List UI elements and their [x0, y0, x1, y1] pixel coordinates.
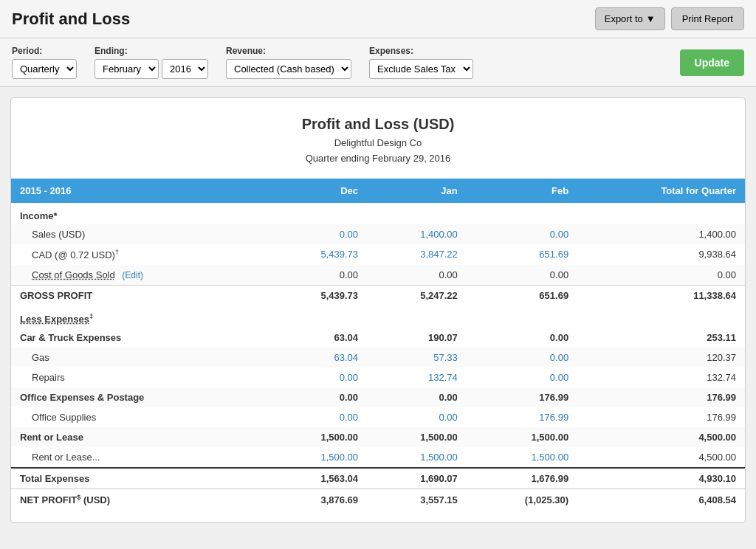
row-total: 0.00 — [577, 265, 745, 286]
income-section-header: Income* — [11, 203, 745, 224]
ending-year-select[interactable]: 2016 2015 2017 — [162, 59, 208, 79]
total-expenses-dec: 1,563.04 — [267, 468, 367, 489]
report-header: Profit and Loss (USD) Delightful Design … — [11, 98, 745, 179]
net-profit-jan: 3,557.15 — [367, 489, 467, 511]
table-row: Sales (USD) 0.00 1,400.00 0.00 1,400.00 — [11, 224, 745, 244]
table-header-row: 2015 - 2016 Dec Jan Feb Total for Quarte… — [11, 179, 745, 203]
row-jan: 1,400.00 — [367, 224, 467, 244]
row-feb: 0.00 — [467, 367, 577, 387]
row-feb: 0.00 — [467, 348, 577, 367]
net-profit-total: 6,408.54 — [577, 489, 745, 511]
report-company: Delightful Design Co — [23, 136, 733, 151]
row-dec: 0.00 — [267, 224, 367, 244]
net-profit-label: NET PROFIT$ (USD) — [11, 489, 267, 511]
net-profit-feb: (1,025.30) — [467, 489, 577, 511]
edit-link[interactable]: (Edit) — [122, 270, 143, 280]
revenue-filter: Revenue: Collected (Cash based) Accrual — [226, 46, 351, 79]
row-label: Sales (USD) — [11, 224, 267, 244]
row-jan: 1,500.00 — [367, 427, 467, 447]
table-row: Office Supplies 0.00 0.00 176.99 176.99 — [11, 407, 745, 427]
table-row: Car & Truck Expenses 63.04 190.07 0.00 2… — [11, 328, 745, 348]
table-row: Rent or Lease... 1,500.00 1,500.00 1,500… — [11, 447, 745, 468]
gross-profit-jan: 5,247.22 — [367, 285, 467, 305]
row-feb: 0.00 — [467, 328, 577, 348]
row-label: Office Expenses & Postage — [11, 387, 267, 407]
period-select[interactable]: Quarterly Monthly Annually — [12, 59, 77, 79]
print-button[interactable]: Print Report — [671, 7, 744, 30]
ending-filter: Ending: February January March 2016 2015… — [94, 46, 208, 79]
gross-profit-total: 11,338.64 — [577, 285, 745, 305]
top-bar: Profit and Loss Export to ▼ Print Report — [0, 0, 756, 38]
chevron-down-icon: ▼ — [646, 13, 656, 24]
row-jan: 190.07 — [367, 328, 467, 348]
row-dec: 0.00 — [267, 265, 367, 286]
expenses-select[interactable]: Exclude Sales Tax Include Sales Tax — [369, 59, 473, 79]
expenses-filter: Expenses: Exclude Sales Tax Include Sale… — [369, 46, 473, 79]
expenses-label: Expenses: — [369, 46, 473, 56]
row-jan: 132.74 — [367, 367, 467, 387]
row-label: CAD (@ 0.72 USD)† — [11, 244, 267, 265]
row-total: 132.74 — [577, 367, 745, 387]
row-feb: 0.00 — [467, 265, 577, 286]
export-button[interactable]: Export to ▼ — [595, 7, 665, 30]
top-bar-buttons: Export to ▼ Print Report — [595, 7, 744, 30]
row-jan: 0.00 — [367, 265, 467, 286]
row-feb: 1,500.00 — [467, 447, 577, 468]
row-dec: 0.00 — [267, 407, 367, 427]
row-jan: 3,847.22 — [367, 244, 467, 265]
period-label: Period: — [12, 46, 77, 56]
total-expenses-total: 4,930.10 — [577, 468, 745, 489]
row-label: Gas — [11, 348, 267, 367]
col-feb: Feb — [467, 179, 577, 203]
revenue-select[interactable]: Collected (Cash based) Accrual — [226, 59, 351, 79]
gross-profit-row: GROSS PROFIT 5,439.73 5,247.22 651.69 11… — [11, 285, 745, 305]
row-dec: 0.00 — [267, 367, 367, 387]
col-jan: Jan — [367, 179, 467, 203]
filter-bar: Period: Quarterly Monthly Annually Endin… — [0, 38, 756, 87]
row-jan: 57.33 — [367, 348, 467, 367]
row-label: Rent or Lease... — [11, 447, 267, 468]
row-total: 253.11 — [577, 328, 745, 348]
gross-profit-feb: 651.69 — [467, 285, 577, 305]
gross-profit-label: GROSS PROFIT — [11, 285, 267, 305]
table-row: Gas 63.04 57.33 0.00 120.37 — [11, 348, 745, 367]
report-title: Profit and Loss (USD) — [23, 116, 733, 133]
row-jan: 0.00 — [367, 407, 467, 427]
row-dec: 1,500.00 — [267, 427, 367, 447]
period-filter: Period: Quarterly Monthly Annually — [12, 46, 77, 79]
total-expenses-jan: 1,690.07 — [367, 468, 467, 489]
table-row: Office Expenses & Postage 0.00 0.00 176.… — [11, 387, 745, 407]
update-button[interactable]: Update — [680, 49, 744, 76]
table-row: Rent or Lease 1,500.00 1,500.00 1,500.00… — [11, 427, 745, 447]
report-container: Profit and Loss (USD) Delightful Design … — [10, 97, 746, 523]
row-label: Rent or Lease — [11, 427, 267, 447]
col-total: Total for Quarter — [577, 179, 745, 203]
col-dec: Dec — [267, 179, 367, 203]
export-label: Export to — [605, 13, 643, 24]
row-total: 9,938.64 — [577, 244, 745, 265]
row-feb: 651.69 — [467, 244, 577, 265]
ending-selects: February January March 2016 2015 2017 — [94, 59, 208, 79]
row-total: 120.37 — [577, 348, 745, 367]
row-jan: 1,500.00 — [367, 447, 467, 468]
net-profit-row: NET PROFIT$ (USD) 3,876.69 3,557.15 (1,0… — [11, 489, 745, 511]
col-period: 2015 - 2016 — [11, 179, 267, 203]
total-expenses-row: Total Expenses 1,563.04 1,690.07 1,676.9… — [11, 468, 745, 489]
ending-month-select[interactable]: February January March — [94, 59, 159, 79]
less-expenses-header: Less Expenses‡ — [11, 305, 745, 328]
row-dec: 0.00 — [267, 387, 367, 407]
net-profit-dec: 3,876.69 — [267, 489, 367, 511]
row-feb: 0.00 — [467, 224, 577, 244]
report-subtitle: Quarter ending February 29, 2016 — [23, 151, 733, 167]
total-expenses-feb: 1,676.99 — [467, 468, 577, 489]
row-label: Cost of Goods Sold (Edit) — [11, 265, 267, 286]
row-label: Car & Truck Expenses — [11, 328, 267, 348]
row-label: Repairs — [11, 367, 267, 387]
total-expenses-label: Total Expenses — [11, 468, 267, 489]
row-total: 1,400.00 — [577, 224, 745, 244]
revenue-label: Revenue: — [226, 46, 351, 56]
row-feb: 1,500.00 — [467, 427, 577, 447]
row-dec: 5,439.73 — [267, 244, 367, 265]
row-feb: 176.99 — [467, 407, 577, 427]
page-title: Profit and Loss — [12, 10, 130, 29]
